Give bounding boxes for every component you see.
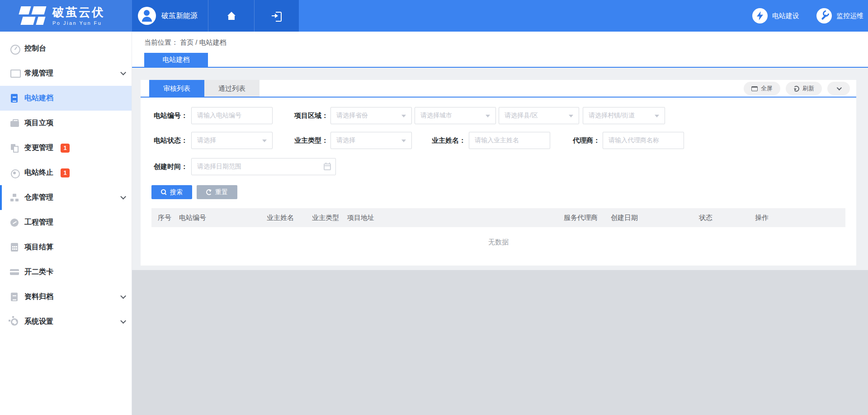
placeholder-text: 请选择城市 [420, 112, 452, 120]
owner-type-select[interactable]: 请选择 [330, 132, 412, 149]
record-icon [9, 168, 20, 178]
sidebar-item-document[interactable]: 电站建档 [0, 86, 132, 111]
filter-form: 电站编号：请输入电站编号项目区域：请选择省份请选择城市请选择县/区请选择村镇/街… [141, 107, 856, 175]
breadcrumb-prefix: 当前位置： [144, 38, 178, 46]
content-area: 审核列表通过列表 全屏 刷新 电站编号：请输入电站编号项目区域：请选择省份请选 [132, 68, 868, 270]
sidebar-item-record[interactable]: 电站终止1 [0, 160, 132, 185]
refresh-icon [793, 86, 799, 92]
table-header-cell: 电站编号 [179, 208, 206, 227]
fullscreen-label: 全屏 [761, 84, 773, 93]
sidebar-item-label: 仓库管理 [24, 193, 53, 202]
card-icon [9, 267, 20, 278]
sitemap-icon [9, 192, 20, 203]
module-monitor-ops[interactable]: 监控运维 [816, 8, 863, 23]
copy-icon [9, 143, 20, 154]
topbar-nav: 破茧新能源 [132, 0, 299, 32]
table-header-cell: 状态 [699, 208, 712, 227]
table-header-cell: 业主类型 [312, 208, 339, 227]
caret-down-icon [486, 115, 490, 117]
module-station-build[interactable]: 电站建设 [752, 8, 799, 23]
reset-icon [206, 189, 212, 195]
user-avatar-icon [138, 7, 156, 25]
sidebar-item-calculator[interactable]: 项目结算 [0, 235, 132, 260]
tab-passed-list[interactable]: 通过列表 [204, 80, 259, 97]
agent-input[interactable]: 请输入代理商名称 [603, 132, 684, 149]
owner-name-input[interactable]: 请输入业主姓名 [469, 132, 550, 149]
table-header-cell: 序号 [158, 208, 171, 227]
briefcase-icon [9, 118, 20, 129]
form-actions: 搜索 重置 [141, 185, 856, 199]
home-button[interactable] [208, 0, 254, 32]
county-select[interactable]: 请选择县/区 [499, 107, 579, 124]
wrench-icon [816, 8, 832, 23]
breadcrumb-path[interactable]: 首页 / 电站建档 [180, 38, 226, 46]
sidebar-item-gauge[interactable]: 工程管理 [0, 210, 132, 235]
reset-label: 重置 [215, 188, 228, 196]
breadcrumb: 当前位置： 首页 / 电站建档 [132, 32, 868, 47]
panel-toolbar: 全屏 刷新 [744, 82, 850, 95]
sidebar-item-sitemap[interactable]: 仓库管理 [0, 185, 132, 210]
calendar-icon [324, 163, 331, 170]
chevron-down-icon [120, 194, 126, 200]
caret-down-icon [262, 140, 267, 142]
placeholder-text: 请选择村镇/街道 [589, 112, 635, 120]
monitor-icon [9, 68, 20, 79]
placeholder-text: 请输入代理商名称 [609, 136, 659, 145]
reset-button[interactable]: 重置 [197, 185, 237, 199]
sidebar-item-label: 工程管理 [24, 218, 53, 227]
table-empty-text: 无数据 [141, 227, 856, 247]
search-button[interactable]: 搜索 [151, 185, 192, 199]
search-label: 搜索 [170, 188, 183, 196]
station-status-select[interactable]: 请选择 [191, 132, 273, 149]
placeholder-text: 请选择 [336, 136, 355, 145]
sidebar-item-card[interactable]: 开二类卡 [0, 260, 132, 284]
sidebar-item-briefcase[interactable]: 项目立项 [0, 111, 132, 135]
fullscreen-button[interactable]: 全屏 [744, 82, 780, 95]
user-account[interactable]: 破茧新能源 [132, 0, 208, 32]
notification-badge: 1 [61, 168, 70, 177]
page-tab-station-archive[interactable]: 电站建档 [144, 53, 208, 67]
module-label: 电站建设 [772, 12, 799, 20]
refresh-button[interactable]: 刷新 [786, 82, 822, 95]
brand-subtitle: Po Jian Yun Fu [52, 21, 105, 26]
wrench-glyph-icon [816, 8, 832, 23]
city-select[interactable]: 请选择城市 [415, 107, 496, 124]
province-label: 项目区域： [294, 112, 330, 120]
lightning-glyph-icon [752, 8, 768, 23]
sidebar-item-label: 系统设置 [24, 317, 53, 326]
logout-button[interactable] [254, 0, 299, 32]
village-select[interactable]: 请选择村镇/街道 [583, 107, 665, 124]
notification-badge: 1 [61, 144, 70, 153]
sidebar-item-label: 项目立项 [24, 118, 53, 128]
sidebar-item-copy[interactable]: 变更管理1 [0, 135, 132, 160]
placeholder-text: 请输入业主姓名 [475, 136, 519, 145]
sidebar-item-gear[interactable]: 系统设置 [0, 309, 132, 334]
logout-icon [272, 12, 282, 20]
sidebar-item-dashboard[interactable]: 控制台 [0, 36, 132, 61]
topbar-modules: 电站建设监控运维 [299, 0, 868, 32]
fullscreen-icon [751, 86, 758, 91]
placeholder-text: 请输入电站编号 [197, 112, 241, 120]
sidebar: 控制台常规管理电站建档项目立项变更管理1电站终止1仓库管理工程管理项目结算开二类… [0, 32, 132, 415]
sidebar-item-label: 电站建档 [24, 93, 53, 103]
sidebar-item-archive[interactable]: 资料归档 [0, 284, 132, 309]
placeholder-text: 请选择省份 [336, 112, 368, 120]
brand-title: 破茧云伏 [52, 6, 105, 18]
calculator-icon [9, 242, 20, 253]
home-icon [226, 12, 236, 20]
owner-type-label: 业主类型： [294, 136, 330, 145]
sidebar-item-label: 开二类卡 [24, 267, 53, 277]
panel-card: 审核列表通过列表 全屏 刷新 电站编号：请输入电站编号项目区域：请选择省份请选 [141, 80, 856, 266]
create-time-date-input[interactable]: 请选择日期范围 [191, 158, 336, 175]
search-icon [161, 189, 167, 195]
station-code-label: 电站编号： [151, 112, 191, 120]
placeholder-text: 请选择 [197, 136, 216, 145]
module-label: 监控运维 [836, 12, 863, 20]
chevron-down-icon [120, 293, 126, 299]
sidebar-item-monitor[interactable]: 常规管理 [0, 61, 132, 86]
province-select[interactable]: 请选择省份 [330, 107, 412, 124]
station-code-input[interactable]: 请输入电站编号 [191, 107, 273, 124]
sidebar-item-label: 控制台 [24, 44, 46, 53]
tab-review-list[interactable]: 审核列表 [149, 80, 204, 97]
collapse-button[interactable] [827, 82, 850, 95]
